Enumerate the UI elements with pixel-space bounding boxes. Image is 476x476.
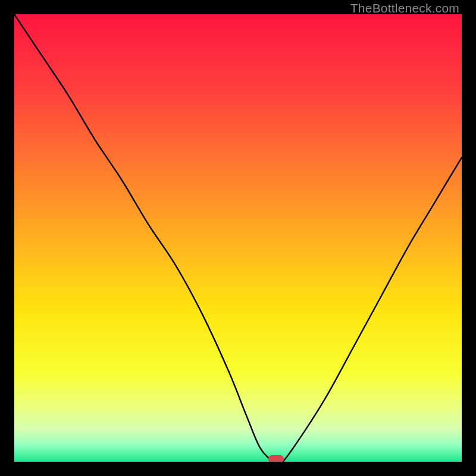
bottleneck-chart <box>14 14 462 462</box>
chart-frame <box>14 14 462 462</box>
watermark-text: TheBottleneck.com <box>350 1 459 15</box>
optimal-marker <box>268 455 284 462</box>
